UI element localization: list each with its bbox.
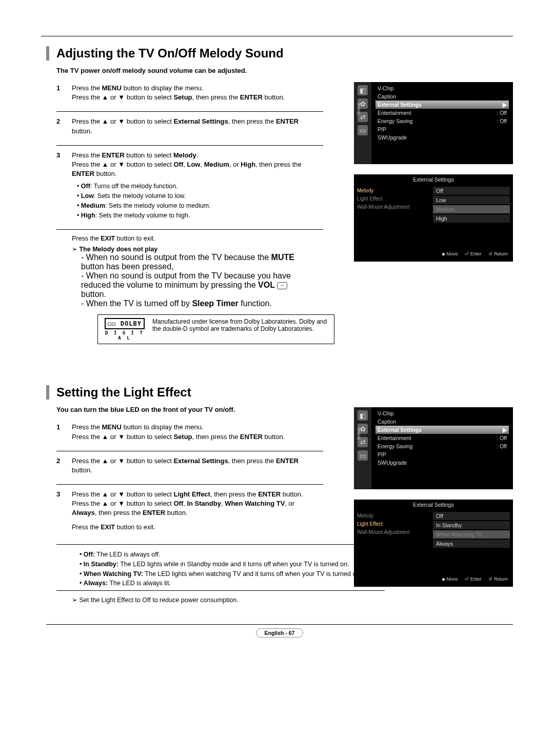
- t: Press the: [72, 423, 102, 431]
- chevron-right-icon: ▶: [503, 102, 507, 108]
- t: button to select: [125, 151, 173, 159]
- t: button.: [72, 127, 92, 135]
- osd-sidebar-2: ◧ ✿ ⇄ ▭: [354, 407, 371, 489]
- t: External Settings: [173, 457, 228, 465]
- t: , then press the: [228, 117, 276, 125]
- t: , then press the: [192, 93, 240, 101]
- osd-item-vchip: V-Chip: [378, 410, 394, 416]
- t: Always: [72, 509, 95, 516]
- t: Press the ▲ or ▼ button to select: [72, 161, 173, 168]
- osd-menu-list-2: V-Chip Caption External Settings▶ Entert…: [371, 407, 513, 489]
- osd-left-wall: Wall-Mount Adjustment: [357, 203, 429, 211]
- osd-left-melody-2: Melody: [357, 512, 429, 520]
- t: button.: [94, 170, 116, 177]
- osd-item-sw: SWUpgrade: [378, 460, 407, 466]
- t: Melody: [173, 151, 196, 159]
- osd-item-energy: Energy Saving: [378, 118, 412, 124]
- t: .: [196, 151, 199, 159]
- rule: [56, 484, 323, 485]
- t: MENU: [102, 84, 122, 92]
- rule: [56, 229, 323, 230]
- osd-item-sw: SWUpgrade: [378, 134, 407, 141]
- t: In Standby: [187, 500, 221, 507]
- t: , then press the: [228, 457, 276, 465]
- dolby-logo: ◻◻ DOLBY D I G I T A L: [103, 318, 146, 341]
- osd-icon-app: ▭: [358, 125, 368, 135]
- osd-external-melody: External Settings Melody Light Effect Wa…: [354, 174, 513, 262]
- osd-icon-picture: ◧: [358, 410, 368, 421]
- osd-footer-return: ↺ Return: [488, 576, 508, 582]
- osd-setup-menu-1: Setup ◧ ✿ ⇄ ▭ V-Chip Caption External Se…: [354, 82, 513, 164]
- t: ,: [200, 161, 204, 168]
- osd-menu-list: V-Chip Caption External Settings▶ Entert…: [371, 82, 513, 164]
- bullet-medium: Medium: Sets the melody volume to medium…: [77, 201, 313, 211]
- vol-minus-key-icon: −: [277, 282, 287, 289]
- osd-item-external-highlight: External Settings▶: [375, 101, 509, 109]
- t: External Settings: [173, 117, 228, 125]
- t: ENTER: [240, 433, 263, 441]
- t: Off: [173, 500, 183, 507]
- osd-footer-move: ◆ Move: [442, 576, 458, 582]
- t: MENU: [102, 423, 122, 431]
- osd-setup-menu-2: Setup ◧ ✿ ⇄ ▭ V-Chip Caption External Se…: [354, 407, 513, 489]
- t: , then press the: [95, 509, 143, 516]
- t: Medium: [204, 161, 229, 168]
- t: , then press the: [255, 161, 302, 168]
- osd-ext-header: External Settings: [354, 174, 513, 185]
- t: button.: [72, 466, 92, 474]
- osd-item-entertainment-v: : Off: [497, 435, 507, 441]
- osd-footer-move: ◆ Move: [442, 251, 458, 256]
- bullet-low: Low: Sets the melody volume to low.: [77, 191, 313, 201]
- t: button.: [281, 490, 303, 498]
- t: Off: [173, 161, 183, 168]
- page-footer: English - 67: [46, 628, 513, 638]
- osd-footer-enter: ⏎ Enter: [465, 576, 481, 582]
- t: Light Effect: [173, 490, 210, 498]
- t: ENTER: [72, 170, 94, 177]
- t: ENTER: [258, 490, 281, 498]
- osd-setup-label: Setup: [356, 103, 361, 115]
- subtitle-melody: The TV power on/off melody sound volume …: [56, 67, 513, 74]
- osd-item-energy: Energy Saving: [378, 443, 412, 449]
- t: button to display the menu.: [122, 423, 204, 431]
- rule: [56, 451, 323, 451]
- t: High: [241, 161, 255, 168]
- dolby-box: ◻◻ DOLBY D I G I T A L Manufactured unde…: [97, 314, 334, 344]
- section-title-light: Setting the Light Effect: [46, 385, 513, 400]
- t: ENTER: [276, 457, 299, 465]
- t: , or: [285, 500, 294, 507]
- osd-opt-high: High: [433, 214, 510, 223]
- osd-opt-l-watch: When Watching TV: [433, 530, 510, 539]
- t: Press the: [72, 84, 102, 92]
- rule: [56, 590, 385, 591]
- osd-item-energy-v: : Off: [497, 443, 507, 449]
- t: , then press the: [192, 433, 240, 441]
- osd-icon-app: ▭: [358, 450, 368, 461]
- osd-item-energy-v: : Off: [497, 118, 507, 124]
- t: button.: [263, 433, 285, 441]
- no-play-vol: When no sound is output from the TV beca…: [81, 271, 313, 299]
- osd-setup-label-2: Setup: [356, 428, 361, 440]
- osd-item-vchip: V-Chip: [378, 85, 394, 91]
- no-play-mute: When no sound is output from the TV beca…: [81, 253, 313, 271]
- osd-sidebar: ◧ ✿ ⇄ ▭: [354, 82, 371, 164]
- osd-left-light: Light Effect: [357, 195, 429, 203]
- t: button.: [263, 93, 285, 101]
- osd-item-pip: PIP: [378, 451, 386, 457]
- t: Press the ▲ or ▼ button to select: [72, 117, 173, 125]
- chevron-right-icon: ▶: [503, 427, 507, 433]
- osd-item-external-highlight: External Settings▶: [375, 426, 509, 434]
- t: Press the ▲ or ▼ button to select: [72, 93, 173, 101]
- dolby-text: Manufactured under license from Dolby La…: [152, 318, 329, 332]
- osd-item-entertainment: Entertainment: [378, 435, 411, 441]
- t: ENTER: [143, 509, 165, 516]
- t: Press the ▲ or ▼ button to select: [72, 500, 173, 507]
- osd-footer-return: ↺ Return: [488, 251, 508, 256]
- t: Setup: [173, 93, 192, 101]
- rule: [56, 111, 323, 112]
- osd-item-entertainment: Entertainment: [378, 110, 411, 116]
- osd-opt-l-off: Off: [433, 512, 510, 520]
- top-border: [41, 36, 513, 36]
- osd-item-caption: Caption: [378, 93, 396, 100]
- osd-opt-low: Low: [433, 196, 510, 204]
